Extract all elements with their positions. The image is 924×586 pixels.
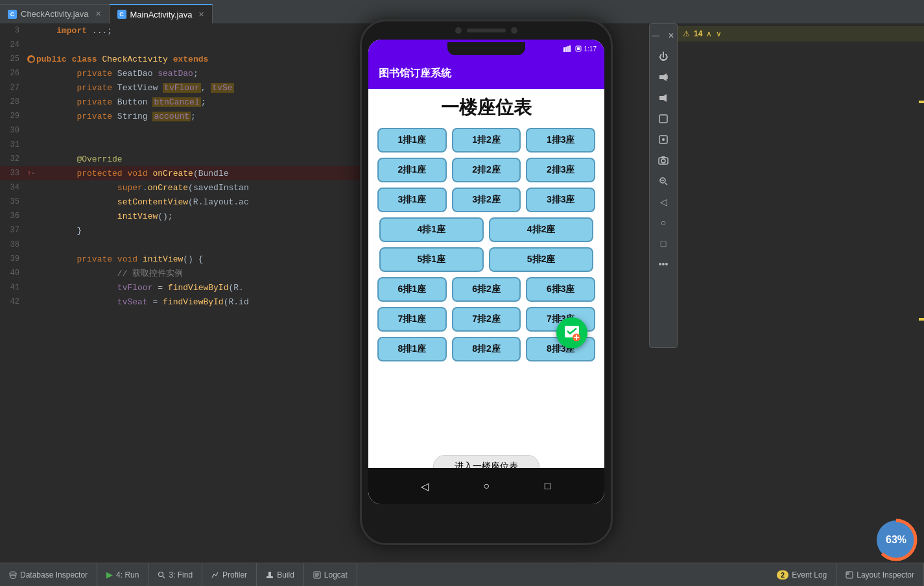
app-bar: 图书馆订座系统 xyxy=(368,58,604,89)
svg-marker-4 xyxy=(659,96,663,100)
seat-1-2[interactable]: 1排2座 xyxy=(452,128,521,153)
run-icon: ▶ xyxy=(106,570,113,580)
seat-5-2[interactable]: 5排2座 xyxy=(489,247,593,272)
square-button[interactable]: □ xyxy=(654,234,672,252)
seat-3-3[interactable]: 3排3座 xyxy=(526,188,595,212)
svg-point-28 xyxy=(10,572,16,574)
phone-status-right: 1:17 xyxy=(563,45,597,53)
event-log-tab[interactable]: 2 Event Log xyxy=(768,563,836,586)
code-line-25: 25 public class CheckActivity extends xyxy=(0,52,363,66)
nav-back-button[interactable]: ◁ xyxy=(416,477,434,495)
code-line-30: 30 xyxy=(0,123,363,138)
tab-check-activity[interactable]: C CheckActivity.java ✕ xyxy=(0,4,110,23)
code-line-39: 39 private void initView() { xyxy=(0,252,363,266)
svg-rect-6 xyxy=(659,115,667,123)
code-line-32: 32 @Override xyxy=(0,152,363,166)
seat-7-1[interactable]: 7排1座 xyxy=(377,307,447,332)
phone-body: 1:17 图书馆订座系统 一楼座位表 1排1座 1排2座 1排3座 xyxy=(360,19,613,545)
build-tab[interactable]: Build xyxy=(257,563,304,586)
seat-2-3[interactable]: 2排3座 xyxy=(526,158,595,182)
sensor xyxy=(511,27,517,34)
zoom-button[interactable] xyxy=(654,172,672,190)
database-inspector-tab[interactable]: Database Inspector xyxy=(0,563,97,586)
seat-2-1[interactable]: 2排1座 xyxy=(377,158,447,182)
power-button[interactable]: ⏻ xyxy=(654,47,672,66)
volume-down-button[interactable] xyxy=(654,89,672,107)
seat-1-1[interactable]: 1排1座 xyxy=(377,128,447,153)
svg-point-10 xyxy=(661,159,665,163)
svg-line-31 xyxy=(163,576,165,578)
tab-close-check[interactable]: ✕ xyxy=(95,10,101,18)
svg-rect-11 xyxy=(661,156,665,158)
tag-button[interactable] xyxy=(654,110,672,128)
tag2-button[interactable] xyxy=(654,130,672,149)
seat-6-2[interactable]: 6排2座 xyxy=(452,277,521,302)
svg-rect-39 xyxy=(846,572,849,575)
back-button[interactable]: ◁ xyxy=(654,193,672,211)
code-line-33: 33 ↑ ◦ protected void onCreate(Bundle xyxy=(0,166,363,180)
seat-row-5: 5排1座 5排2座 xyxy=(377,247,595,272)
run-tab[interactable]: ▶ 4: Run xyxy=(97,563,148,586)
warning-down[interactable]: ∨ xyxy=(716,29,722,38)
svg-point-0 xyxy=(29,57,34,62)
seat-8-1[interactable]: 8排1座 xyxy=(377,337,447,361)
code-line-37: 37 } xyxy=(0,223,363,238)
tab-icon-check: C xyxy=(8,10,17,19)
seat-2-2[interactable]: 2排2座 xyxy=(452,158,521,182)
code-line-40: 40 // 获取控件实例 xyxy=(0,266,363,280)
warning-count: 14 xyxy=(694,29,702,38)
layout-inspector-label: Layout Inspector xyxy=(857,570,914,580)
volume-up-button[interactable] xyxy=(654,68,672,86)
svg-rect-18 xyxy=(569,45,571,52)
find-tab[interactable]: 3: Find xyxy=(148,563,202,586)
profiler-tab[interactable]: Profiler xyxy=(202,563,257,586)
seat-row-3: 3排1座 3排2座 3排3座 xyxy=(377,188,595,212)
minimize-button[interactable]: — xyxy=(649,29,662,42)
seat-1-3[interactable]: 1排3座 xyxy=(526,128,595,153)
seat-3-2[interactable]: 3排2座 xyxy=(452,188,521,212)
svg-point-30 xyxy=(159,572,163,576)
logcat-tab[interactable]: Logcat xyxy=(304,563,357,586)
seat-8-2[interactable]: 8排2座 xyxy=(452,337,521,361)
warning-up[interactable]: ∧ xyxy=(706,29,712,38)
code-editor: 3 import ...; 24 25 public class CheckAc… xyxy=(0,23,363,558)
device-toolbar: — ✕ ⏻ ◁ ○ □ ••• xyxy=(649,23,678,348)
seat-4-1[interactable]: 4排1座 xyxy=(379,217,484,242)
code-line-3: 3 import ...; xyxy=(0,23,363,38)
warning-strip: ⚠ 14 ∧ ∨ xyxy=(678,26,924,42)
nav-recents-button[interactable]: □ xyxy=(539,477,557,495)
code-line-36: 36 initView(); xyxy=(0,209,363,223)
profiler-label: Profiler xyxy=(222,570,247,580)
tab-label-main: MainActivity.java xyxy=(130,10,193,19)
svg-rect-20 xyxy=(577,47,580,50)
seat-7-2[interactable]: 7排2座 xyxy=(452,307,521,332)
code-line-28: 28 private Button btnCancel; xyxy=(0,95,363,109)
nav-home-button[interactable]: ○ xyxy=(477,477,495,495)
seat-6-3[interactable]: 6排3座 xyxy=(526,277,595,302)
seat-5-1[interactable]: 5排1座 xyxy=(379,247,484,272)
seat-4-2[interactable]: 4排2座 xyxy=(489,217,593,242)
svg-marker-2 xyxy=(663,73,667,81)
camera-button[interactable] xyxy=(654,151,672,169)
seat-row-2: 2排1座 2排2座 2排3座 xyxy=(377,158,595,182)
status-bar: Database Inspector ▶ 4: Run 3: Find Prof… xyxy=(0,563,924,586)
seat-row-1: 1排1座 1排2座 1排3座 xyxy=(377,128,595,153)
logcat-label: Logcat xyxy=(324,570,348,580)
close-button[interactable]: ✕ xyxy=(665,29,678,42)
tab-label-check: CheckActivity.java xyxy=(21,9,89,19)
circle-button[interactable]: ○ xyxy=(654,214,672,232)
tab-close-main[interactable]: ✕ xyxy=(198,10,204,19)
seat-6-1[interactable]: 6排1座 xyxy=(377,277,447,302)
run-label: 4: Run xyxy=(116,570,139,580)
svg-marker-1 xyxy=(659,75,663,79)
code-line-35: 35 setContentView(R.layout.ac xyxy=(0,195,363,209)
fab-button[interactable] xyxy=(556,317,587,348)
more-button[interactable]: ••• xyxy=(654,255,672,273)
svg-line-13 xyxy=(665,183,667,185)
seat-3-1[interactable]: 3排1座 xyxy=(377,188,447,212)
svg-rect-17 xyxy=(567,46,569,52)
database-icon xyxy=(9,571,17,579)
speaker xyxy=(467,29,506,32)
tab-main-activity[interactable]: C MainActivity.java ✕ xyxy=(110,4,213,23)
layout-inspector-tab[interactable]: Layout Inspector xyxy=(836,563,924,586)
